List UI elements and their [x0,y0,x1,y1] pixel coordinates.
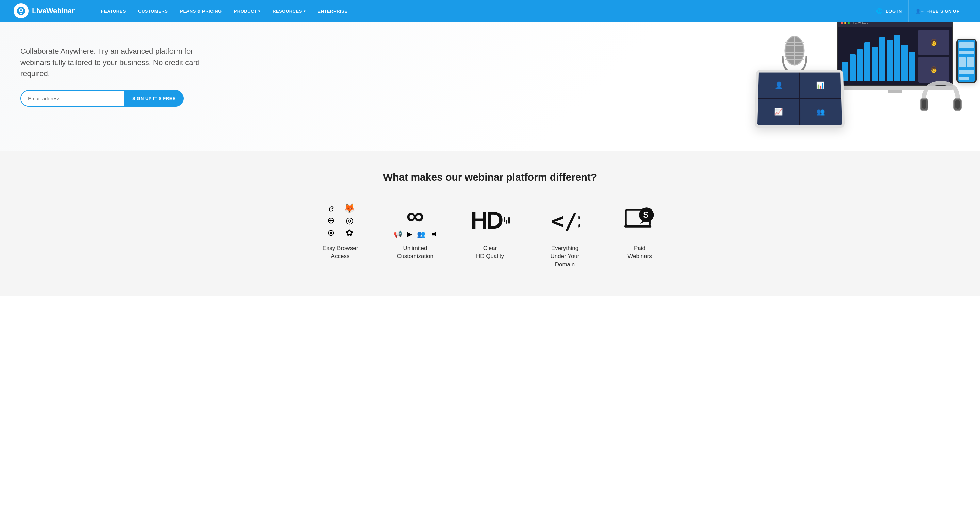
monitor-icon: 🖥 [430,230,437,237]
svg-text:</>: </> [551,208,581,233]
video-grid: 👩 👨 [918,30,949,83]
ie-icon: ℯ [329,204,334,213]
paid-webinars-icon: $ [624,203,655,237]
hero-content: Collaborate Anywhere. Try an advanced pl… [0,39,231,114]
laptop-stand [888,91,902,93]
laptop-content: 👩 👨 [838,27,952,85]
features-section: What makes our webinar platform differen… [0,151,980,295]
feature-domain: </> EverythingUnder YourDomain [534,203,595,268]
nav-plans-pricing[interactable]: PLANS & PRICING [174,0,228,22]
user-plus-icon: 👤+ [915,8,924,14]
hero-illustration: LiveWebinar [721,22,980,151]
features-grid: ℯ 🦊 ⊕ ◎ ⊗ ✿ Easy BrowserAccess [303,203,677,268]
group-icon: 👥 [417,230,425,237]
svg-rect-22 [922,100,926,109]
nav-features[interactable]: FEATURES [95,0,132,22]
nav-product[interactable]: PRODUCT ▾ [228,0,266,22]
signup-button[interactable]: SIGN UP IT'S FREE [124,90,184,107]
hero-description: Collaborate Anywhere. Try an advanced pl… [21,46,211,79]
domain-icon: </> [550,203,580,237]
nav-customers[interactable]: CUSTOMERS [132,0,174,22]
svg-marker-28 [640,221,646,224]
target-icon: ⊗ [327,228,335,237]
nav-right: 🌐 LOG IN 👤+ FREE SIGN UP [870,0,966,22]
hero-form: SIGN UP IT'S FREE [21,90,184,107]
feature-customization-label: UnlimitedCustomization [397,244,434,260]
phone-screen [958,40,975,82]
feature-browser-access: ℯ 🦊 ⊕ ◎ ⊗ ✿ Easy BrowserAccess [310,203,371,268]
nav-enterprise[interactable]: ENTERPRISE [311,0,353,22]
logo-link[interactable]: LiveWebinar [14,3,75,18]
tablet-cell-4: 👥 [800,98,842,125]
video-cell-1: 👩 [918,30,949,56]
tablet-screen: 👤 📊 📈 👥 [757,73,842,125]
svg-text:$: $ [643,210,648,219]
laptop-screen: LiveWebinar [837,22,953,86]
feature-browser-label: Easy BrowserAccess [323,244,358,260]
feature-unlimited-customization: ∞ 📢 ▶ 👥 🖥 UnlimitedCustomization [385,203,446,268]
video-cell-2: 👨 [918,57,949,83]
phone-mockup [956,39,977,83]
svg-rect-4 [21,14,21,14]
tablet-cell-2: 📊 [800,73,841,98]
email-input[interactable] [21,90,124,107]
chrome-icon: ⊕ [327,216,335,225]
features-title: What makes our webinar platform differen… [7,172,973,183]
chart-area [841,30,916,83]
logo-icon [14,3,29,18]
youtube-icon: ▶ [407,230,412,237]
navbar: LiveWebinar FEATURES CUSTOMERS PLANS & P… [0,0,980,22]
speaker-icon: 📢 [394,230,402,237]
hd-quality-icon: HD [470,203,509,237]
nav-links: FEATURES CUSTOMERS PLANS & PRICING PRODU… [95,0,870,22]
tablet-cell-3: 📈 [757,98,799,125]
unlimited-customization-icon: ∞ 📢 ▶ 👥 🖥 [394,203,437,237]
hero-section: Collaborate Anywhere. Try an advanced pl… [0,22,980,151]
feature-hd-label: ClearHD Quality [476,244,504,260]
globe-icon: 🌐 [876,8,883,14]
svg-rect-25 [624,225,651,227]
tablet-mockup: 👤 📊 📈 👥 [755,70,845,127]
feature-domain-label: EverythingUnder YourDomain [550,244,579,268]
opera-icon: ◎ [346,216,353,225]
nav-resources[interactable]: RESOURCES ▾ [266,0,311,22]
resources-chevron-icon: ▾ [304,9,305,13]
signup-link[interactable]: 👤+ FREE SIGN UP [908,0,966,22]
browser5-icon: ✿ [346,228,353,237]
firefox-icon: 🦊 [344,204,355,213]
tablet-cell-1: 👤 [758,73,799,98]
feature-paid-label: PaidWebinars [627,244,652,260]
product-chevron-icon: ▾ [258,9,260,13]
svg-point-2 [20,9,22,11]
feature-paid-webinars: $ PaidWebinars [609,203,670,268]
laptop-titlebar: LiveWebinar [838,22,952,27]
svg-rect-3 [20,13,22,14]
headphones-icon [919,79,963,125]
svg-rect-21 [956,100,959,109]
feature-hd-quality: HD ClearHD Quality [460,203,520,268]
login-link[interactable]: 🌐 LOG IN [870,0,908,22]
browser-access-icon: ℯ 🦊 ⊕ ◎ ⊗ ✿ [323,203,357,237]
logo-text: LiveWebinar [32,6,75,15]
